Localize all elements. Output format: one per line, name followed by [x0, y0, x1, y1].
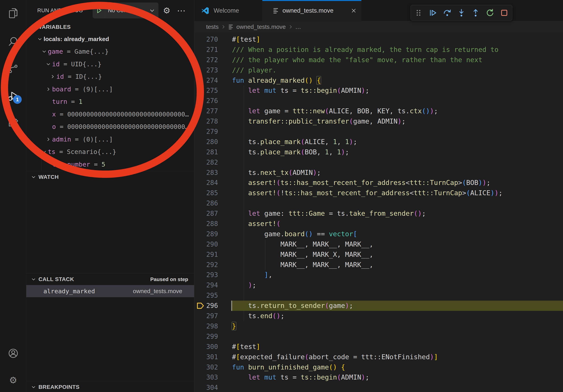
line-number[interactable]: 300	[202, 342, 218, 352]
line-number[interactable]: 281	[202, 147, 218, 157]
code-text[interactable]: transfer::public_transfer(game, ADMIN);	[232, 116, 406, 127]
call-stack-frame[interactable]: already_marked owned_tests.move	[26, 285, 194, 297]
start-debug-icon[interactable]	[93, 3, 105, 18]
chevron-down-icon[interactable]	[40, 48, 48, 55]
code-text[interactable]: let game = ttt::new(ALICE, BOB, KEY, ts.…	[232, 106, 438, 116]
step-into-icon[interactable]	[455, 7, 468, 19]
chevron-down-icon[interactable]	[40, 148, 48, 155]
run-and-debug-icon[interactable]: 1	[0, 86, 26, 106]
code-text[interactable]: );	[232, 280, 256, 290]
line-number[interactable]: 302	[202, 362, 218, 372]
chevron-down-icon[interactable]	[36, 36, 44, 42]
code-text[interactable]: ts.place_mark(ALICE, 1, 1);	[232, 137, 357, 147]
close-icon[interactable]	[350, 7, 357, 14]
code-line[interactable]: 281 ts.place_mark(BOB, 1, 1);	[194, 147, 563, 157]
variable-row[interactable]: ts = Scenario{...}	[26, 146, 194, 158]
line-number[interactable]: 277	[202, 106, 218, 116]
variable-row[interactable]: x = 0000000000000000000000000000000…	[26, 108, 194, 121]
debug-config-dropdown[interactable]: No Configur…	[93, 2, 158, 18]
tab-owned-tests-move[interactable]: owned_tests.move	[262, 0, 361, 21]
panel-more-actions-icon[interactable]: ⋯	[176, 0, 186, 21]
code-line[interactable]: 294 );	[194, 280, 563, 290]
variable-row[interactable]: board = (9)[...]	[26, 83, 194, 95]
section-header-breakpoints[interactable]: BREAKPOINTS	[26, 381, 194, 392]
settings-gear-icon[interactable]: ⚙	[0, 370, 26, 390]
line-number[interactable]: 303	[202, 372, 218, 382]
breadcrumb-item-symbol[interactable]: …	[295, 24, 301, 30]
code-line[interactable]: 293 ],	[194, 270, 563, 280]
code-line[interactable]: 290 MARK__, MARK__, MARK__,	[194, 239, 563, 249]
line-number[interactable]: 295	[202, 290, 218, 301]
code-text[interactable]: #[test]	[232, 342, 260, 352]
code-line[interactable]: 287 let game: ttt::Game = ts.take_from_s…	[194, 209, 563, 219]
code-text[interactable]: fun burn_unfinished_game() {	[232, 362, 345, 372]
stop-icon[interactable]	[498, 7, 511, 19]
line-number[interactable]: 284	[202, 178, 218, 188]
code-line[interactable]: 277 let game = ttt::new(ALICE, BOB, KEY,…	[194, 106, 563, 116]
line-number[interactable]: 299	[202, 331, 218, 342]
variable-row[interactable]: o = 0000000000000000000000000000000…	[26, 121, 194, 133]
code-line[interactable]: 304	[194, 382, 563, 392]
code-line[interactable]: 276	[194, 96, 563, 106]
line-number[interactable]: 296	[202, 301, 218, 311]
section-header-call-stack[interactable]: CALL STACK Paused on step	[26, 274, 194, 285]
code-text[interactable]: MARK__, MARK__, MARK__,	[232, 239, 373, 249]
code-line[interactable]: 296 ts.return_to_sender(game);	[194, 301, 563, 311]
line-number[interactable]: 291	[202, 249, 218, 260]
extensions-icon[interactable]	[0, 114, 26, 133]
line-number[interactable]: 298	[202, 321, 218, 331]
line-number[interactable]: 275	[202, 85, 218, 96]
line-number[interactable]: 294	[202, 280, 218, 290]
variable-row[interactable]: id = ID{...}	[26, 70, 194, 83]
code-text[interactable]: ],	[232, 270, 272, 280]
code-line[interactable]: 278 transfer::public_transfer(game, ADMI…	[194, 116, 563, 127]
code-text[interactable]: }	[232, 321, 236, 331]
variable-row[interactable]: id = UID{...}	[26, 58, 194, 70]
code-line[interactable]: 295	[194, 290, 563, 301]
line-number[interactable]: 287	[202, 209, 218, 219]
line-number[interactable]: 280	[202, 137, 218, 147]
code-line[interactable]: 288 assert!(	[194, 219, 563, 229]
code-line[interactable]: 284 assert!(ts::has_most_recent_for_addr…	[194, 178, 563, 188]
code-line[interactable]: 282	[194, 157, 563, 168]
code-text[interactable]: let mut ts = ts::begin(ADMIN);	[232, 372, 369, 382]
code-line[interactable]: 289 game.board() == vector[	[194, 229, 563, 239]
code-line[interactable]: 274fun already_marked() {	[194, 75, 563, 86]
code-line[interactable]: 275 let mut ts = ts::begin(ADMIN);	[194, 85, 563, 96]
code-text[interactable]: /// player.	[232, 65, 276, 75]
code-text[interactable]: let game: ttt::Game = ts.take_from_sende…	[232, 209, 426, 219]
code-text[interactable]: game.board() == vector[	[232, 229, 357, 239]
code-line[interactable]: 299	[194, 331, 563, 342]
code-line[interactable]: 271/// When a position is already marked…	[194, 45, 563, 55]
restart-icon[interactable]	[484, 7, 496, 19]
code-text[interactable]: #[test]	[232, 34, 260, 45]
code-text[interactable]: #[expected_failure(abort_code = ttt::ENo…	[232, 352, 438, 362]
code-text[interactable]: assert!(ts::has_most_recent_for_address<…	[232, 178, 490, 188]
code-line[interactable]: 302fun burn_unfinished_game() {	[194, 362, 563, 372]
breadcrumb-item-file[interactable]: owned_tests.move	[236, 24, 286, 30]
code-line[interactable]: 292 MARK__, MARK__, MARK__,	[194, 260, 563, 270]
line-number[interactable]: 292	[202, 260, 218, 270]
code-line[interactable]: 301#[expected_failure(abort_code = ttt::…	[194, 352, 563, 362]
line-number[interactable]: 304	[202, 382, 218, 392]
continue-icon[interactable]	[427, 7, 439, 19]
code-line[interactable]: 270#[test]	[194, 34, 563, 45]
line-number[interactable]: 274	[202, 75, 218, 86]
code-text[interactable]: MARK__, MARK_X, MARK__,	[232, 249, 373, 260]
account-icon[interactable]	[0, 343, 26, 363]
line-number[interactable]: 283	[202, 168, 218, 178]
section-header-variables[interactable]: VARIABLES	[26, 21, 194, 33]
line-number[interactable]: 276	[202, 96, 218, 106]
code-line[interactable]: 286	[194, 198, 563, 209]
variable-row[interactable]: admin = (0)[...]	[26, 133, 194, 146]
code-text[interactable]: assert!(	[232, 219, 281, 229]
source-control-icon[interactable]	[0, 58, 26, 78]
line-number[interactable]: 278	[202, 116, 218, 127]
line-number[interactable]: 290	[202, 239, 218, 249]
code-line[interactable]: 291 MARK__, MARK_X, MARK__,	[194, 249, 563, 260]
code-line[interactable]: 273/// player.	[194, 65, 563, 75]
line-number[interactable]: 293	[202, 270, 218, 280]
code-line[interactable]: 303 let mut ts = ts::begin(ADMIN);	[194, 372, 563, 382]
line-number[interactable]: 273	[202, 65, 218, 75]
code-text[interactable]: assert!(!ts::has_most_recent_for_address…	[232, 188, 503, 198]
